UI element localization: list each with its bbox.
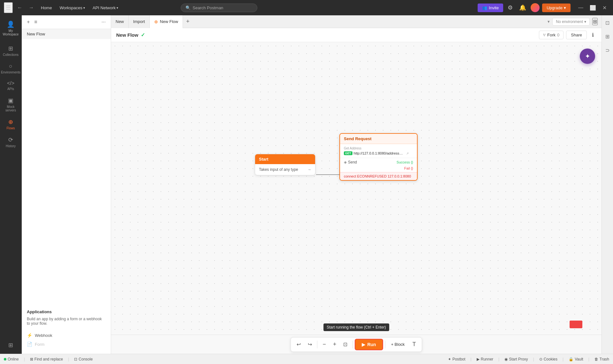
toolbar-divider-3 xyxy=(385,341,385,348)
start-node-header: Start xyxy=(255,154,315,164)
sidebar-item-mock-servers[interactable]: ▣ Mock servers xyxy=(1,95,20,115)
run-icon: ▶ xyxy=(362,342,365,347)
right-panel-layout-icon[interactable]: ⊞ xyxy=(603,32,611,42)
apis-icon: </> xyxy=(7,80,14,86)
start-node[interactable]: Start Takes input of any type → xyxy=(255,154,315,175)
vault-icon: 🔒 xyxy=(569,357,573,361)
zoom-in-button[interactable]: + xyxy=(330,339,340,350)
topbar: ☰ ← → Home Workspaces ▾ API Network ▾ 🔍 … xyxy=(0,0,613,15)
tabbar: New Import ⊕ New Flow + ▾ No environment… xyxy=(111,15,602,28)
proxy-icon: ◉ xyxy=(504,357,508,361)
text-tool-button[interactable]: T xyxy=(409,339,419,350)
right-panel-connector-icon[interactable]: ⊃ xyxy=(603,45,611,55)
console-icon: ⊡ xyxy=(74,357,77,361)
ai-assistant-button[interactable]: ✦ xyxy=(580,49,595,64)
workspaces-nav[interactable]: Workspaces ▾ xyxy=(57,4,87,11)
avatar xyxy=(531,3,540,12)
share-button[interactable]: Share xyxy=(566,31,587,39)
workspace-icon[interactable]: 👤 My Workspace xyxy=(1,18,20,39)
bell-button[interactable]: 🔔 xyxy=(517,3,528,12)
find-replace-icon: ⊠ xyxy=(30,357,33,361)
send-label: ◈ Send xyxy=(344,160,357,164)
upgrade-button[interactable]: Upgrade ▾ xyxy=(542,4,571,12)
webhook-item[interactable]: ⚡ Webhook xyxy=(27,331,106,340)
minimize-button[interactable]: — xyxy=(576,4,586,12)
online-status[interactable]: Online xyxy=(4,357,19,361)
postbot-item[interactable]: ✦ Postbot xyxy=(448,357,465,361)
mock-servers-icon: ▣ xyxy=(8,97,13,104)
maximize-button[interactable]: ⬜ xyxy=(587,4,599,12)
sidebar-item-environments[interactable]: ○ Environments xyxy=(1,60,20,77)
settings-button[interactable]: ⚙ xyxy=(506,3,515,12)
status-sep-4: | xyxy=(498,357,499,361)
zoom-out-button[interactable]: − xyxy=(319,339,329,350)
home-link[interactable]: Home xyxy=(38,4,55,11)
send-request-node[interactable]: Send Request Get Address GET http://127.… xyxy=(339,133,418,181)
sidebar-item-collections[interactable]: ⊞ Collections xyxy=(1,42,20,59)
applications-desc: Build an app by adding a form or a webho… xyxy=(27,317,106,326)
menu-button[interactable]: ☰ xyxy=(4,2,13,13)
runner-item[interactable]: ▶ Runner xyxy=(477,357,493,361)
layout-button[interactable]: ⊞ xyxy=(592,18,598,25)
import-button[interactable]: Import xyxy=(129,15,150,28)
flow-item[interactable]: New Flow xyxy=(22,29,111,39)
search-bar[interactable]: 🔍 Search Postman xyxy=(181,4,257,12)
toolbar-inner: Start running the flow (Ctrl + Enter) ↩ … xyxy=(291,337,422,352)
env-chevron-icon: ▾ xyxy=(584,19,586,24)
add-block-button[interactable]: + Block xyxy=(387,340,409,349)
sidebar-item-extensions[interactable]: ⊞ xyxy=(1,339,20,351)
right-panel-top-icon[interactable]: ⊡ xyxy=(603,18,611,28)
more-options-button[interactable]: ··· xyxy=(100,18,107,26)
history-icon: ⟳ xyxy=(8,136,13,143)
api-network-nav[interactable]: API Network ▾ xyxy=(90,4,121,11)
run-button[interactable]: ▶ Run xyxy=(355,339,383,350)
invite-button[interactable]: 👥 Invite xyxy=(478,4,503,12)
cookies-item[interactable]: ⊙ Cookies xyxy=(539,357,557,361)
tabbar-right: ▾ No environment ▾ ⊞ xyxy=(548,18,602,26)
form-item[interactable]: 📄 Form xyxy=(27,340,106,349)
redo-button[interactable]: ↪ xyxy=(305,339,315,349)
toolbar-divider-1 xyxy=(317,341,317,348)
fail-label: Fail {} xyxy=(340,166,417,172)
start-proxy-item[interactable]: ◉ Start Proxy xyxy=(504,357,528,361)
sidebar-item-flows[interactable]: ⊕ Flows xyxy=(1,116,20,133)
forward-button[interactable]: → xyxy=(27,4,36,12)
trash-item[interactable]: 🗑 Trash xyxy=(594,357,609,361)
find-replace-item[interactable]: ⊠ Find and replace xyxy=(30,357,63,361)
new-button[interactable]: New xyxy=(111,15,129,28)
flow-canvas[interactable]: Start Takes input of any type → Send Req… xyxy=(111,42,602,335)
topbar-right: 👥 Invite ⚙ 🔔 Upgrade ▾ — ⬜ ✕ xyxy=(478,3,609,12)
fit-view-button[interactable]: ⊡ xyxy=(340,339,351,349)
section-label: Get Address xyxy=(344,147,413,150)
online-dot xyxy=(4,358,6,360)
postbot-icon: ✦ xyxy=(448,357,451,361)
console-item[interactable]: ⊡ Console xyxy=(74,357,93,361)
back-button[interactable]: ← xyxy=(15,4,24,12)
dropdown-icon[interactable]: ▾ xyxy=(548,19,550,24)
fork-button[interactable]: ⑂ Fork 0 xyxy=(539,31,564,39)
flows-icon: ⊕ xyxy=(8,118,13,125)
ai-icon: ✦ xyxy=(585,52,590,60)
filter-button[interactable]: ≡ xyxy=(33,18,38,26)
environment-selector[interactable]: No environment ▾ xyxy=(552,18,590,26)
invite-icon: 👥 xyxy=(482,5,487,10)
statusbar-right: ✦ Postbot | ▶ Runner | ◉ Start Proxy | ⊙… xyxy=(448,357,609,361)
sidebar-icons: 👤 My Workspace ⊞ Collections ○ Environme… xyxy=(0,15,22,354)
vault-item[interactable]: 🔒 Vault xyxy=(569,357,583,361)
status-sep-2: | xyxy=(68,357,69,361)
close-button[interactable]: ✕ xyxy=(600,4,609,12)
run-tooltip: Start running the flow (Ctrl + Enter) xyxy=(323,323,389,331)
tab-new-flow[interactable]: ⊕ New Flow xyxy=(150,15,183,28)
undo-button[interactable]: ↩ xyxy=(293,339,304,349)
sidebar-item-apis[interactable]: </> APIs xyxy=(1,78,20,93)
add-flow-button[interactable]: + xyxy=(26,18,31,26)
api-network-chevron-icon: ▾ xyxy=(117,6,118,10)
tab-add-button[interactable]: + xyxy=(183,17,193,26)
send-row: ◈ Send Success {} xyxy=(340,158,417,166)
info-panel-button[interactable]: ℹ xyxy=(589,30,596,40)
window-controls: — ⬜ ✕ xyxy=(576,4,609,12)
sidebar-secondary: + ≡ ··· New Flow Applications Build an a… xyxy=(22,15,111,354)
toolbar-divider-2 xyxy=(352,341,353,348)
sidebar-item-history[interactable]: ⟳ History xyxy=(1,134,20,150)
success-connector-icon: {} xyxy=(411,160,413,164)
